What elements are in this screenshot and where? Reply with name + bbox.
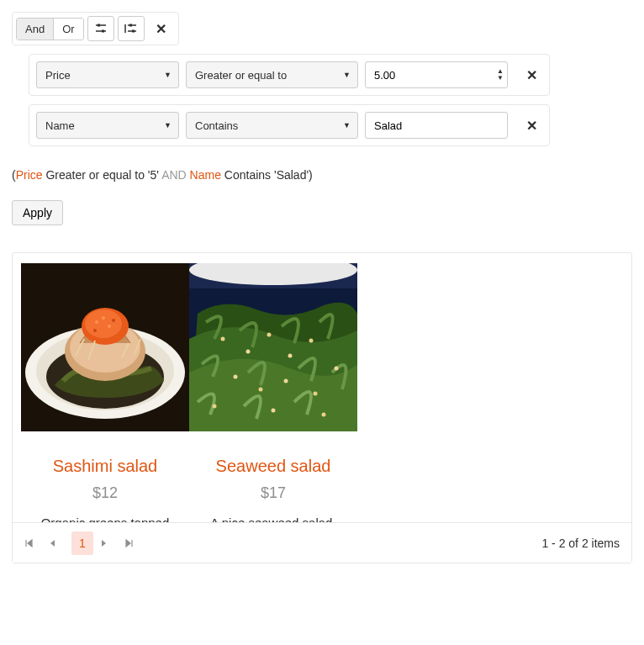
- operator-dropdown[interactable]: Greater or equal to: [186, 61, 358, 88]
- item-description: Organic greens topped: [21, 515, 189, 522]
- prev-page-icon: [48, 538, 56, 548]
- operator-dropdown[interactable]: Contains: [186, 112, 358, 139]
- svg-point-32: [284, 379, 288, 383]
- list-item: Sashimi salad $12 Organic greens topped: [21, 263, 189, 522]
- first-page-icon: [24, 538, 34, 548]
- value-text-input[interactable]: [366, 113, 507, 138]
- add-group-button[interactable]: [118, 16, 145, 41]
- filter-group-icon: [124, 23, 138, 34]
- value-number-input[interactable]: [366, 69, 507, 82]
- svg-point-19: [102, 316, 105, 320]
- field-value: Price: [45, 69, 71, 82]
- logic-or-button[interactable]: Or: [53, 19, 82, 40]
- filter-sliders-icon: [94, 23, 108, 34]
- svg-point-16: [85, 309, 122, 338]
- field-dropdown[interactable]: Name: [36, 112, 179, 139]
- field-dropdown[interactable]: Price: [36, 61, 179, 88]
- item-price: $17: [189, 484, 357, 502]
- pager-prev-button[interactable]: [48, 538, 65, 548]
- add-expression-button[interactable]: [87, 16, 114, 41]
- svg-point-21: [93, 329, 97, 332]
- close-icon: ✕: [156, 21, 166, 37]
- expr-logic: AND: [161, 168, 187, 182]
- spinner-down-icon[interactable]: ▼: [497, 75, 504, 82]
- svg-point-34: [335, 367, 339, 371]
- svg-rect-1: [98, 24, 100, 27]
- last-page-icon: [124, 538, 134, 548]
- field-value: Name: [45, 119, 75, 132]
- svg-point-31: [259, 388, 263, 392]
- logic-and-button[interactable]: And: [17, 19, 53, 40]
- svg-point-29: [309, 339, 314, 343]
- item-name: Seaweed salad: [189, 457, 357, 476]
- item-thumbnail: [189, 263, 357, 431]
- pager-current-page[interactable]: 1: [71, 531, 93, 555]
- svg-point-33: [314, 392, 318, 396]
- expr-field: Name: [187, 168, 221, 182]
- expr-op: Greater or equal to '5': [43, 168, 162, 182]
- svg-point-18: [108, 325, 111, 328]
- remove-row-button[interactable]: ✕: [515, 118, 542, 134]
- next-page-icon: [100, 538, 108, 548]
- svg-point-17: [95, 320, 98, 324]
- operator-value: Greater or equal to: [195, 69, 287, 82]
- remove-row-button[interactable]: ✕: [515, 67, 542, 83]
- operator-value: Contains: [195, 119, 238, 132]
- filter-logic-toolbar: And Or ✕: [12, 12, 179, 45]
- results-grid: Sashimi salad $12 Organic greens topped: [12, 252, 632, 563]
- logic-toggle-group: And Or: [16, 18, 84, 40]
- svg-point-36: [272, 409, 276, 413]
- list-item: Seaweed salad $17 A nice seaweed salad.: [189, 263, 357, 522]
- close-icon: ✕: [526, 119, 537, 133]
- clear-filter-button[interactable]: ✕: [148, 16, 175, 41]
- filter-row: Price Greater or equal to ▲ ▼ ✕: [29, 54, 550, 96]
- item-price: $12: [21, 484, 189, 502]
- pager-first-button[interactable]: [24, 538, 41, 548]
- svg-rect-7: [132, 30, 135, 33]
- pager-nav: 1: [24, 531, 140, 555]
- pager-last-button[interactable]: [124, 538, 140, 548]
- close-icon: ✕: [526, 68, 537, 82]
- pager: 1 1 - 2 of 2 items: [13, 522, 631, 563]
- pager-info: 1 - 2 of 2 items: [541, 537, 620, 550]
- filter-expression-preview: (Price Greater or equal to '5' AND Name …: [12, 168, 632, 182]
- expr-op: Contains 'Salad'): [221, 168, 313, 182]
- apply-button[interactable]: Apply: [12, 200, 63, 225]
- pager-next-button[interactable]: [100, 538, 117, 548]
- svg-rect-3: [102, 30, 104, 33]
- svg-point-25: [221, 337, 225, 341]
- svg-point-27: [267, 333, 272, 337]
- number-spinners: ▲ ▼: [497, 68, 504, 82]
- svg-point-28: [288, 354, 293, 358]
- value-number-input-wrapper: ▲ ▼: [365, 61, 508, 88]
- svg-point-37: [322, 413, 326, 417]
- item-thumbnail: [21, 263, 189, 431]
- svg-point-20: [112, 319, 115, 322]
- expr-field: Price: [16, 168, 43, 182]
- svg-point-35: [213, 404, 217, 409]
- filter-row: Name Contains ✕: [29, 104, 550, 146]
- grid-body[interactable]: Sashimi salad $12 Organic greens topped: [13, 253, 631, 522]
- item-description: A nice seaweed salad.: [189, 515, 357, 522]
- svg-point-26: [246, 350, 251, 354]
- value-text-input-wrapper: [365, 112, 508, 139]
- item-name: Sashimi salad: [21, 457, 189, 476]
- svg-rect-5: [129, 24, 132, 27]
- svg-point-30: [234, 375, 238, 379]
